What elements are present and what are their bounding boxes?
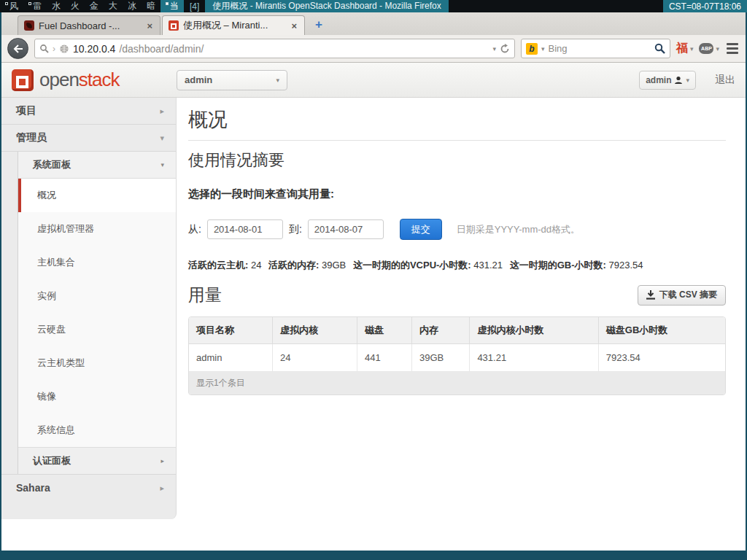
col-disk-gb-hours: 磁盘GB小时数 — [598, 317, 725, 344]
search-bar[interactable]: b ▾ — [521, 39, 670, 58]
dwm-layout-indicator[interactable]: [4] — [184, 0, 205, 12]
workspace-label: 暗 — [147, 0, 155, 12]
reload-icon[interactable] — [500, 44, 510, 54]
stat-label: 这一时期的的VCPU-小时数: — [353, 260, 471, 271]
sidebar-item-host-aggregates[interactable]: 主机集合 — [18, 246, 176, 279]
workspace-tag-active[interactable]: 当 — [160, 0, 184, 12]
stat-value: 431.21 — [473, 260, 503, 271]
sidebar-item-label: 虚拟机管理器 — [37, 222, 94, 236]
col-vcpu-hours: 虚拟内核小时数 — [469, 317, 597, 344]
page-title: 概况 — [188, 106, 726, 133]
workspace-tag[interactable]: 水 — [47, 0, 66, 12]
close-tab-icon[interactable]: × — [145, 20, 154, 31]
screen: 风 雷 水 火 金 大 冰 暗 当 [4] 使用概况 - Mirantis Op… — [0, 0, 747, 560]
globe-site-icon[interactable] — [59, 44, 69, 54]
user-name: admin — [646, 75, 671, 85]
user-menu-button[interactable]: admin ▾ — [639, 71, 696, 90]
usage-stats-line: 活跃的云主机: 24 活跃的内存: 39GB 这一时期的的VCPU-小时数: 4… — [188, 259, 726, 272]
sidebar-item-images[interactable]: 镜像 — [18, 380, 176, 413]
chevron-down-icon: ▾ — [160, 133, 164, 143]
openstack-cube-icon — [12, 69, 34, 91]
tab-title: Fuel Dashboard -... — [39, 20, 141, 31]
workspace-tag[interactable]: 冰 — [123, 0, 142, 12]
sign-out-link[interactable]: 退出 — [715, 74, 735, 87]
date-from-label: 从: — [188, 223, 201, 236]
workspace-tag[interactable]: 火 — [66, 0, 85, 12]
back-button[interactable] — [7, 38, 28, 59]
fu-extension-icon[interactable]: 福 — [676, 41, 688, 56]
workspace-label: 雷 — [33, 0, 42, 12]
workspace-tag[interactable]: 暗 — [142, 0, 160, 12]
sidebar-section-label: 管理员 — [16, 131, 160, 144]
new-tab-button[interactable]: + — [306, 18, 331, 35]
url-bar[interactable]: › 10.20.0.4 /dashboard/admin/ ▾ — [34, 39, 515, 58]
sidebar-item-instances[interactable]: 实例 — [18, 279, 176, 313]
sidebar-item-sahara[interactable]: Sahara ▸ — [1, 474, 176, 501]
sidebar-item-hypervisors[interactable]: 虚拟机管理器 — [18, 212, 176, 246]
usage-period-form: 从: 到: 提交 日期采是YYYY-mm-dd格式。 — [188, 219, 726, 240]
date-to-input[interactable] — [308, 219, 384, 239]
adblock-plus[interactable]: ABP ▾ — [699, 43, 719, 54]
download-icon — [646, 290, 655, 300]
url-dropdown-icon[interactable]: ▾ — [492, 45, 496, 52]
sidebar-item-system-info[interactable]: 系统信息 — [18, 413, 176, 447]
search-input[interactable] — [548, 43, 650, 54]
cell-disk: 441 — [357, 344, 411, 372]
workspace-tag[interactable]: 雷 — [23, 0, 47, 12]
sidebar: 项目 ▸ 管理员 ▾ 系统面板 ▾ 概况 虚拟机管理器 主机集合 实例 云硬 — [1, 98, 177, 519]
logo-open: open — [39, 69, 79, 90]
selected-project: admin — [185, 74, 276, 85]
workspace-label: 大 — [109, 0, 117, 12]
sidebar-section-label: 项目 — [16, 104, 160, 117]
sidebar-item-admin[interactable]: 管理员 ▾ — [1, 125, 176, 152]
statusbar-clock: CST=08-07T18:06 — [663, 0, 747, 12]
col-disk: 磁盘 — [357, 317, 411, 344]
window-bottom-border — [0, 551, 747, 560]
cell-project-name: admin — [189, 344, 272, 372]
navigation-toolbar: › 10.20.0.4 /dashboard/admin/ ▾ b ▾ 福 ▾ … — [1, 35, 746, 63]
submit-button[interactable]: 提交 — [400, 219, 442, 240]
workspace-occupied-icon — [28, 2, 31, 5]
header-right: admin ▾ 退出 — [639, 71, 735, 90]
workspace-label: 水 — [52, 0, 61, 12]
abp-icon[interactable]: ABP — [699, 43, 713, 54]
table-header-row: 项目名称 虚拟内核 磁盘 内存 虚拟内核小时数 磁盘GB小时数 — [189, 317, 725, 344]
openstack-logo[interactable]: openstack — [12, 69, 120, 91]
firefox-window: Fuel Dashboard -... × 使用概况 – Miranti... … — [0, 12, 747, 551]
main-content: 概况 使用情况摘要 选择的一段时间来查询其用量: 从: 到: 提交 日期采是YY… — [177, 98, 746, 551]
sidebar-item-overview[interactable]: 概况 — [18, 179, 176, 212]
sidebar-item-label: 系统信息 — [37, 424, 75, 437]
usage-title: 用量 — [188, 284, 222, 306]
chevron-icon: › — [53, 44, 55, 54]
statusbar-spacer — [449, 0, 663, 12]
search-magnifier-icon[interactable] — [654, 43, 665, 54]
project-selector-dropdown[interactable]: admin ▾ — [177, 70, 287, 90]
date-from-input[interactable] — [207, 219, 283, 239]
active-window-title: 使用概况 - Mirantis OpenStack Dashboard - Mo… — [205, 0, 448, 12]
chevron-right-icon: ▸ — [160, 483, 164, 493]
workspace-tag[interactable]: 大 — [104, 0, 123, 12]
keyhole-identity-icon[interactable] — [39, 44, 49, 53]
abp-dropdown-icon[interactable]: ▾ — [716, 45, 719, 52]
workspace-label: 冰 — [128, 0, 136, 12]
workspace-tag[interactable]: 金 — [85, 0, 104, 12]
tab-fuel-dashboard[interactable]: Fuel Dashboard -... × — [18, 15, 160, 35]
tab-title: 使用概况 – Miranti... — [183, 19, 285, 32]
chevron-right-icon: ▸ — [160, 106, 164, 116]
engine-dropdown-icon[interactable]: ▾ — [541, 45, 545, 52]
sidebar-item-identity-panel[interactable]: 认证面板 ▸ — [18, 447, 176, 474]
sidebar-item-system-panel[interactable]: 系统面板 ▾ — [18, 152, 176, 179]
sidebar-item-flavors[interactable]: 云主机类型 — [18, 346, 176, 380]
col-vcpus: 虚拟内核 — [272, 317, 357, 344]
workspace-tag[interactable]: 风 — [0, 0, 23, 12]
sidebar-item-volumes[interactable]: 云硬盘 — [18, 313, 176, 346]
csv-button-label: 下载 CSV 摘要 — [659, 289, 717, 301]
close-tab-icon[interactable]: × — [290, 20, 298, 31]
bing-engine-icon[interactable]: b — [526, 43, 538, 55]
sidebar-item-project[interactable]: 项目 ▸ — [1, 98, 176, 125]
tab-usage-overview[interactable]: 使用概况 – Miranti... × — [162, 15, 305, 35]
extension-dropdown-icon[interactable]: ▾ — [690, 45, 694, 52]
download-csv-button[interactable]: 下载 CSV 摘要 — [638, 285, 726, 306]
menu-hamburger-icon[interactable] — [725, 43, 740, 54]
extension-fu[interactable]: 福 ▾ — [676, 41, 694, 56]
